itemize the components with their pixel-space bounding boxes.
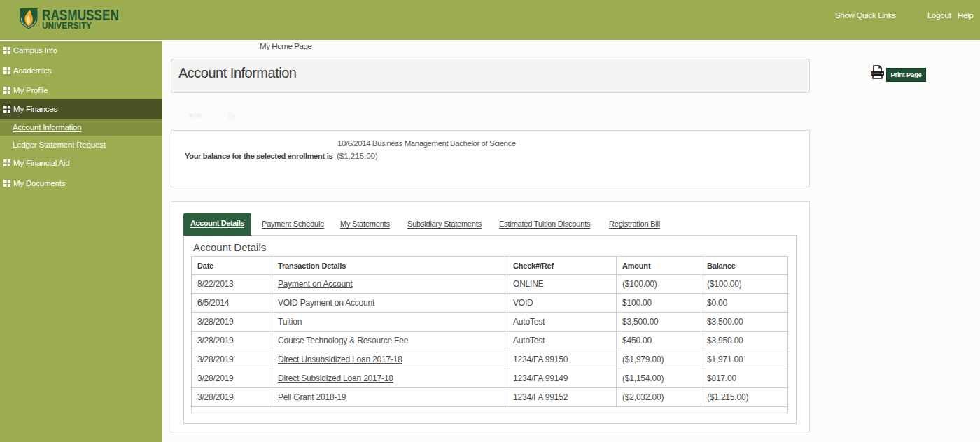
svg-text:UNIVERSITY: UNIVERSITY bbox=[42, 21, 92, 31]
